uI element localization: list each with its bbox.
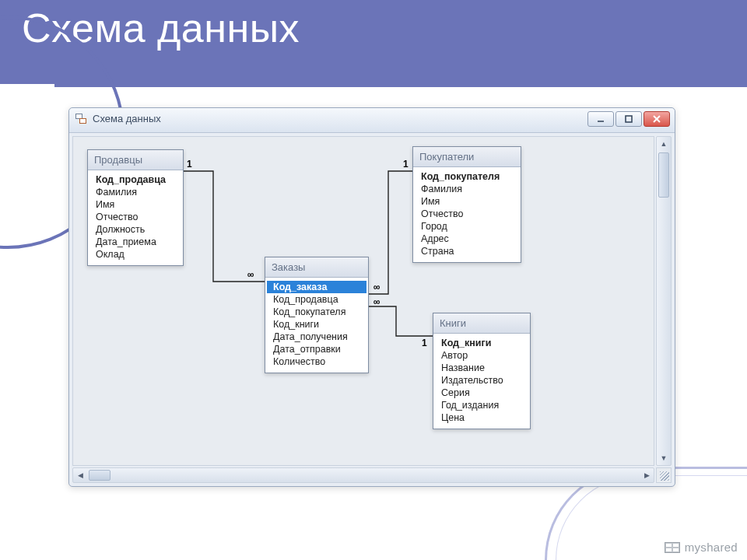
cardinality-many: ∞ [374, 282, 381, 292]
watermark-logo-icon [665, 542, 680, 553]
relationships-icon [75, 114, 88, 126]
field[interactable]: Дата_отправки [267, 343, 366, 355]
table-body: Код_заказа Код_продавца Код_покупателя К… [265, 278, 368, 373]
table-orders[interactable]: Заказы Код_заказа Код_продавца Код_покуп… [265, 257, 369, 373]
field[interactable]: Код_покупателя [267, 306, 366, 318]
field[interactable]: Автор [435, 349, 528, 362]
field[interactable]: Адрес [415, 233, 519, 245]
deco-line [54, 84, 747, 87]
maximize-button[interactable] [615, 111, 642, 127]
field[interactable]: Цена [435, 411, 528, 424]
table-header[interactable]: Покупатели [413, 147, 521, 167]
field[interactable]: Отчество [415, 208, 519, 220]
field[interactable]: Код_книги [435, 337, 528, 349]
table-header[interactable]: Заказы [265, 257, 368, 278]
field[interactable]: Должность [89, 223, 181, 236]
watermark-text: myshared [685, 541, 738, 554]
field[interactable]: Название [435, 362, 528, 374]
minimize-button[interactable] [587, 111, 614, 127]
field[interactable]: Серия [435, 387, 528, 399]
window-buttons [587, 111, 670, 127]
vertical-scrollbar[interactable]: ▲ ▼ [656, 136, 672, 466]
cardinality-one: 1 [422, 338, 427, 348]
scroll-thumb[interactable] [658, 152, 669, 198]
field[interactable]: Код_продавца [267, 293, 366, 306]
resize-grip-icon[interactable] [656, 467, 672, 483]
window-title: Схема данных [93, 113, 161, 124]
scroll-right-icon[interactable]: ▶ [640, 468, 654, 482]
table-body: Код_книги Автор Название Издательство Се… [433, 334, 530, 429]
titlebar[interactable]: Схема данных [69, 108, 675, 133]
cardinality-many: ∞ [374, 296, 381, 307]
field[interactable]: Код_покупателя [415, 170, 519, 183]
cardinality-one: 1 [187, 159, 192, 170]
field[interactable]: Имя [89, 198, 181, 211]
cardinality-many: ∞ [247, 269, 254, 280]
scroll-up-icon[interactable]: ▲ [657, 137, 671, 151]
access-window: Схема данных 1 ∞ 1 ∞ ∞ 1 [68, 107, 675, 487]
watermark: myshared [665, 541, 738, 554]
svg-rect-1 [626, 116, 632, 122]
field[interactable]: Код_книги [267, 318, 366, 331]
scroll-left-icon[interactable]: ◀ [73, 468, 87, 482]
schema-canvas[interactable]: 1 ∞ 1 ∞ ∞ 1 Продавцы Код_продавца Фамили… [72, 136, 654, 466]
horizontal-scrollbar[interactable]: ◀ ▶ [72, 467, 654, 483]
field[interactable]: Код_продавца [89, 173, 181, 186]
table-books[interactable]: Книги Код_книги Автор Название Издательс… [433, 313, 531, 429]
field[interactable]: Количество [267, 355, 366, 368]
field[interactable]: Имя [415, 195, 519, 208]
field[interactable]: Фамилия [415, 183, 519, 195]
field[interactable]: Дата_получения [267, 331, 366, 343]
table-body: Код_покупателя Фамилия Имя Отчество Горо… [413, 167, 521, 262]
scroll-down-icon[interactable]: ▼ [657, 451, 671, 465]
field[interactable]: Дата_приема [89, 236, 181, 248]
table-body: Код_продавца Фамилия Имя Отчество Должно… [88, 170, 183, 265]
field[interactable]: Страна [415, 245, 519, 257]
field[interactable]: Фамилия [89, 186, 181, 198]
table-header[interactable]: Продавцы [88, 150, 183, 170]
field[interactable]: Издательство [435, 374, 528, 387]
field[interactable]: Отчество [89, 211, 181, 223]
scroll-thumb[interactable] [89, 470, 110, 481]
table-header[interactable]: Книги [433, 313, 530, 334]
field[interactable]: Год_издания [435, 399, 528, 411]
field-selected[interactable]: Код_заказа [267, 281, 366, 293]
field[interactable]: Оклад [89, 248, 181, 261]
slide: Схема данных Схема данных [0, 0, 747, 560]
close-button[interactable] [644, 111, 670, 127]
cardinality-one: 1 [403, 159, 409, 170]
table-sellers[interactable]: Продавцы Код_продавца Фамилия Имя Отчест… [87, 149, 184, 266]
field[interactable]: Город [415, 220, 519, 233]
table-buyers[interactable]: Покупатели Код_покупателя Фамилия Имя От… [412, 146, 521, 263]
